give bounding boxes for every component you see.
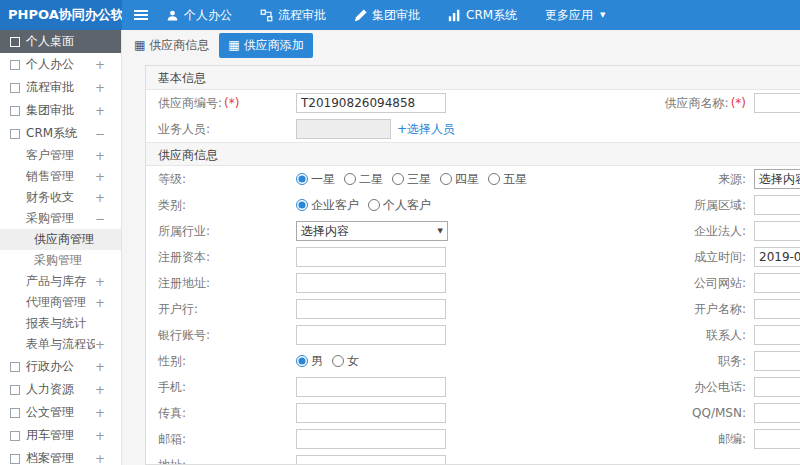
- sidebar-item-personal-office[interactable]: 个人办公+: [0, 53, 121, 76]
- radio-input[interactable]: [296, 355, 308, 367]
- expand-toggle[interactable]: +: [95, 383, 105, 397]
- level-radio-group-option[interactable]: 二星: [344, 171, 383, 188]
- radio-input[interactable]: [296, 199, 308, 211]
- sidebar-item-personal-desktop[interactable]: 个人桌面: [0, 30, 121, 53]
- sidebar-item-agent-mgmt[interactable]: 代理商管理+: [0, 292, 121, 313]
- expand-toggle[interactable]: +: [95, 338, 105, 352]
- email-input[interactable]: [296, 429, 446, 449]
- app-logo: PHPOA协同办公软件: [0, 0, 122, 30]
- expand-toggle[interactable]: +: [95, 149, 105, 163]
- expand-toggle[interactable]: +: [95, 296, 105, 310]
- sidebar-item-archive-mgmt[interactable]: 档案管理+: [0, 447, 121, 465]
- radio-label: 个人客户: [383, 197, 431, 214]
- tab-supplier-info[interactable]: ▦供应商信息: [134, 37, 209, 54]
- form-row: 供应商编号:(*)供应商名称:(*): [146, 90, 800, 116]
- sidebar-item-reports[interactable]: 报表与统计: [0, 313, 121, 334]
- registered-address-input[interactable]: [296, 273, 446, 293]
- sidebar-item-crm-system[interactable]: CRM系统−: [0, 122, 121, 145]
- sidebar-item-supplier-mgmt[interactable]: 供应商管理: [0, 229, 121, 250]
- main-area: ▦供应商信息▦供应商添加 基本信息供应商编号:(*)供应商名称:(*)业务人员:…: [122, 30, 800, 465]
- sidebar-item-finance[interactable]: 财务收支+: [0, 187, 121, 208]
- address-input[interactable]: [296, 455, 446, 465]
- account-name-input[interactable]: [754, 299, 800, 319]
- expand-toggle[interactable]: +: [95, 81, 105, 95]
- office-phone-input[interactable]: [754, 377, 800, 397]
- level-radio-group-option[interactable]: 四星: [440, 171, 479, 188]
- expand-toggle[interactable]: +: [95, 191, 105, 205]
- form-field: [754, 299, 800, 319]
- radio-input[interactable]: [392, 173, 404, 185]
- expand-toggle[interactable]: +: [95, 360, 105, 374]
- folder-icon: [10, 454, 20, 464]
- fax-input[interactable]: [296, 403, 446, 423]
- legal-person-input[interactable]: [754, 221, 800, 241]
- nav-crm-system[interactable]: CRM系统: [448, 7, 517, 24]
- category-radio-group-option[interactable]: 个人客户: [368, 197, 431, 214]
- radio-input[interactable]: [368, 199, 380, 211]
- expand-toggle[interactable]: +: [95, 429, 105, 443]
- nav-more-apps[interactable]: 更多应用▼: [545, 7, 605, 24]
- choose-person-link[interactable]: +选择人员: [397, 121, 455, 138]
- source-select[interactable]: 选择内容▼: [754, 169, 800, 189]
- form-label: QQ/MSN:: [616, 406, 754, 420]
- chevron-down-icon: ▼: [438, 227, 443, 235]
- form-row: 地址:: [146, 452, 800, 465]
- expand-toggle[interactable]: +: [95, 452, 105, 465]
- sidebar-item-vehicle-mgmt[interactable]: 用车管理+: [0, 424, 121, 447]
- sidebar-item-document-mgmt[interactable]: 公文管理+: [0, 401, 121, 424]
- level-radio-group-option[interactable]: 五星: [488, 171, 527, 188]
- top-nav: 个人办公流程审批集团审批CRM系统更多应用▼: [160, 0, 605, 30]
- business-person-input[interactable]: [296, 119, 391, 139]
- industry-select[interactable]: 选择内容▼: [296, 221, 448, 241]
- expand-toggle[interactable]: +: [95, 406, 105, 420]
- sidebar-item-workflow-approval[interactable]: 流程审批+: [0, 76, 121, 99]
- level-radio-group-option[interactable]: 一星: [296, 171, 335, 188]
- sidebar-item-sales-mgmt[interactable]: 销售管理+: [0, 166, 121, 187]
- level-radio-group-option[interactable]: 三星: [392, 171, 431, 188]
- nav-personal-office[interactable]: 个人办公: [166, 7, 232, 24]
- sidebar-item-product-inventory[interactable]: 产品与库存+: [0, 271, 121, 292]
- form-row: 等级:一星二星三星四星五星来源:选择内容▼: [146, 166, 800, 192]
- category-radio-group-option[interactable]: 企业客户: [296, 197, 359, 214]
- zip-input[interactable]: [754, 429, 800, 449]
- bank-branch-input[interactable]: [296, 299, 446, 319]
- supplier-code-input[interactable]: [296, 93, 446, 113]
- mobile-input[interactable]: [296, 377, 446, 397]
- expand-toggle[interactable]: +: [95, 104, 105, 118]
- gender-radio-group-option[interactable]: 女: [332, 353, 359, 370]
- expand-toggle[interactable]: +: [95, 170, 105, 184]
- expand-toggle[interactable]: −: [95, 127, 105, 141]
- bank-account-input[interactable]: [296, 325, 446, 345]
- radio-input[interactable]: [440, 173, 452, 185]
- position-input[interactable]: [754, 351, 800, 371]
- region-input[interactable]: [754, 195, 800, 215]
- sidebar-item-hr[interactable]: 人力资源+: [0, 378, 121, 401]
- gender-radio-group-option[interactable]: 男: [296, 353, 323, 370]
- tab-supplier-add[interactable]: ▦供应商添加: [219, 33, 312, 58]
- radio-input[interactable]: [296, 173, 308, 185]
- contact-input[interactable]: [754, 325, 800, 345]
- expand-toggle[interactable]: +: [95, 58, 105, 72]
- radio-input[interactable]: [344, 173, 356, 185]
- website-input[interactable]: [754, 273, 800, 293]
- supplier-name-input[interactable]: [754, 93, 800, 113]
- qq-msn-input[interactable]: [754, 403, 800, 423]
- sidebar-item-form-flow-settings[interactable]: 表单与流程设置+: [0, 334, 121, 355]
- sidebar-item-admin-office[interactable]: 行政办公+: [0, 355, 121, 378]
- sidebar-item-purchase-mgmt-sub[interactable]: 采购管理: [0, 250, 121, 271]
- menu-toggle-button[interactable]: [122, 0, 160, 30]
- form-label: 职务:: [616, 353, 754, 370]
- user-icon: [166, 9, 179, 22]
- registered-capital-input[interactable]: [296, 247, 446, 267]
- established-date-input[interactable]: [754, 247, 800, 267]
- radio-input[interactable]: [488, 173, 500, 185]
- doc-icon: [10, 408, 20, 418]
- radio-input[interactable]: [332, 355, 344, 367]
- nav-group-approval[interactable]: 集团审批: [354, 7, 420, 24]
- nav-workflow-approval[interactable]: 流程审批: [260, 7, 326, 24]
- expand-toggle[interactable]: −: [95, 212, 105, 226]
- expand-toggle[interactable]: +: [95, 275, 105, 289]
- sidebar-item-purchase-mgmt[interactable]: 采购管理−: [0, 208, 121, 229]
- sidebar-item-customer-mgmt[interactable]: 客户管理+: [0, 145, 121, 166]
- sidebar-item-group-approval[interactable]: 集团审批+: [0, 99, 121, 122]
